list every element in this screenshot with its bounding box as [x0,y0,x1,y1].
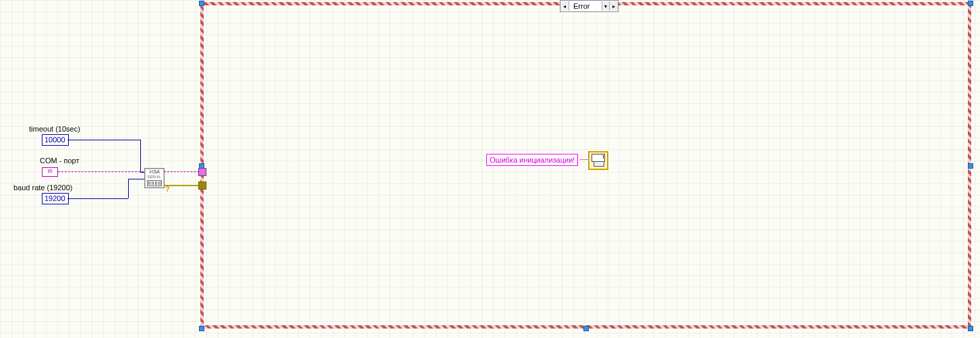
com-port-label: COM - порт [40,157,79,165]
case-tunnel-error[interactable] [198,181,206,190]
visa-node-connector-icon [147,180,162,186]
wire-baud-v1 [128,179,129,198]
visa-configure-serial-node[interactable]: VISA SERIAL [144,168,165,188]
case-next-arrow-icon[interactable]: ▸ [609,1,618,11]
wire-timeout-v1 [140,140,141,172]
wire-timeout-h1 [67,140,140,140]
resize-handle[interactable] [199,326,204,331]
timeout-label: timeout (10sec) [29,125,80,133]
baud-rate-label: baud rate (19200) [13,184,72,192]
timeout-constant[interactable]: 10000 [42,134,69,146]
wire-visa-resource [58,171,147,172]
wire-visa-out-resource [164,171,202,172]
case-prev-arrow-icon[interactable]: ◂ [560,1,569,11]
wire-error-string [580,159,588,160]
resize-handle[interactable] [968,1,973,6]
case-tunnel-resource[interactable] [198,168,206,176]
case-dropdown-icon[interactable]: ▼ [602,1,609,11]
wire-baud-h1 [67,198,128,199]
dialog-exclamation-icon: ! [602,154,604,160]
baud-rate-constant[interactable]: 19200 [42,193,69,204]
case-selector-label[interactable]: Error [569,1,602,11]
one-button-dialog-node[interactable]: ! [588,151,608,170]
wire-error-out [164,185,202,186]
case-structure[interactable] [200,2,971,329]
resize-handle[interactable] [968,163,973,169]
visa-node-title: VISA [146,169,163,175]
resize-handle[interactable] [968,326,973,331]
case-selector: ◂ Error ▼ ▸ [560,0,618,12]
resize-handle[interactable] [199,1,204,6]
error-message-string-constant[interactable]: Ошибка инициализации! [486,154,578,166]
visa-resource-terminal[interactable]: I/0 [42,167,58,177]
resize-handle[interactable] [583,326,589,331]
visa-node-subtitle: SERIAL [146,175,163,179]
